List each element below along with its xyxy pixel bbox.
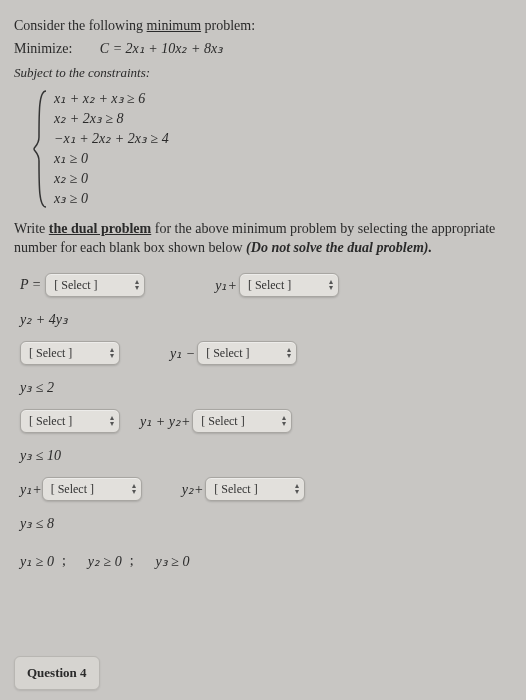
select-r2b[interactable]: [ Select ] [197, 341, 297, 365]
r2-tail: y₃ ≤ 2 [20, 379, 54, 396]
select-r1b[interactable]: [ Select ] [239, 273, 339, 297]
dual-row-2b: y₃ ≤ 2 [14, 373, 512, 401]
r4-mid: y₂+ [182, 481, 204, 498]
dual-problem-area: P = [ Select ] ▴▾ y₁+ [ Select ] ▴▾ y₂ +… [14, 271, 512, 575]
r1-tail: y₂ + 4y₃ [20, 311, 68, 328]
objective-formula: C = 2x₁ + 10x₂ + 8x₃ [100, 41, 223, 56]
minimize-row: Minimize: C = 2x₁ + 10x₂ + 8x₃ [14, 40, 512, 57]
constraint-row: −x₁ + 2x₂ + 2x₃ ≥ 4 [54, 129, 169, 149]
select-wrap: [ Select ] ▴▾ [20, 341, 120, 365]
select-r4a[interactable]: [ Select ] [42, 477, 142, 501]
select-r3b[interactable]: [ Select ] [192, 409, 292, 433]
constraint-row: x₃ ≥ 0 [54, 189, 169, 209]
instr-p3: (Do not solve the dual problem). [246, 240, 432, 255]
instr-dual: the dual problem [49, 221, 151, 236]
constraint-row: x₁ ≥ 0 [54, 149, 169, 169]
select-r3a[interactable]: [ Select ] [20, 409, 120, 433]
minimize-label: Minimize: [14, 41, 72, 56]
sep: ; [62, 553, 66, 569]
select-r2a[interactable]: [ Select ] [20, 341, 120, 365]
nonneg-y3: y₃ ≥ 0 [156, 553, 190, 570]
r2-mid: y₁ − [170, 345, 195, 362]
dual-row-3: [ Select ] ▴▾ y₁ + y₂+ [ Select ] ▴▾ [14, 407, 512, 435]
select-wrap: [ Select ] ▴▾ [45, 273, 145, 297]
select-wrap: [ Select ] ▴▾ [20, 409, 120, 433]
nonneg-y1: y₁ ≥ 0 [20, 553, 54, 570]
constraints-block: x₁ + x₂ + x₃ ≥ 6 x₂ + 2x₃ ≥ 8 −x₁ + 2x₂ … [32, 89, 512, 209]
dual-row-4b: y₃ ≤ 8 [14, 509, 512, 537]
subject-label: Subject to the constraints: [14, 65, 512, 81]
constraints-list: x₁ + x₂ + x₃ ≥ 6 x₂ + 2x₃ ≥ 8 −x₁ + 2x₂ … [50, 89, 169, 209]
intro-minimum: minimum [147, 18, 201, 33]
r3-tail: y₃ ≤ 10 [20, 447, 61, 464]
nonneg-y2: y₂ ≥ 0 [88, 553, 122, 570]
r4-lhs: y₁+ [20, 481, 42, 498]
select-r4b[interactable]: [ Select ] [205, 477, 305, 501]
dual-row-1b: y₂ + 4y₃ [14, 305, 512, 333]
intro-suffix: problem: [201, 18, 255, 33]
sep: ; [130, 553, 134, 569]
select-wrap: [ Select ] ▴▾ [197, 341, 297, 365]
r4-tail: y₃ ≤ 8 [20, 515, 54, 532]
select-wrap: [ Select ] ▴▾ [42, 477, 142, 501]
instr-p1: Write [14, 221, 49, 236]
r1-mid: y₁+ [215, 277, 237, 294]
dual-row-4: y₁+ [ Select ] ▴▾ y₂+ [ Select ] ▴▾ [14, 475, 512, 503]
select-wrap: [ Select ] ▴▾ [205, 477, 305, 501]
dual-row-2: [ Select ] ▴▾ y₁ − [ Select ] ▴▾ [14, 339, 512, 367]
question-text: Question 4 [27, 665, 87, 680]
dual-row-3b: y₃ ≤ 10 [14, 441, 512, 469]
left-brace-icon [32, 89, 50, 209]
intro-prefix: Consider the following [14, 18, 147, 33]
constraint-row: x₁ + x₂ + x₃ ≥ 6 [54, 89, 169, 109]
dual-row-1: P = [ Select ] ▴▾ y₁+ [ Select ] ▴▾ [14, 271, 512, 299]
nonneg-row: y₁ ≥ 0 ; y₂ ≥ 0 ; y₃ ≥ 0 [14, 547, 512, 575]
select-wrap: [ Select ] ▴▾ [192, 409, 292, 433]
constraint-row: x₂ ≥ 0 [54, 169, 169, 189]
intro-line: Consider the following minimum problem: [14, 18, 512, 34]
constraint-row: x₂ + 2x₃ ≥ 8 [54, 109, 169, 129]
r3-mid: y₁ + y₂+ [140, 413, 190, 430]
instruction-text: Write the dual problem for the above min… [14, 219, 512, 257]
select-wrap: [ Select ] ▴▾ [239, 273, 339, 297]
r1-lhs: P = [20, 277, 41, 293]
select-r1a[interactable]: [ Select ] [45, 273, 145, 297]
question-label: Question 4 [14, 656, 100, 690]
